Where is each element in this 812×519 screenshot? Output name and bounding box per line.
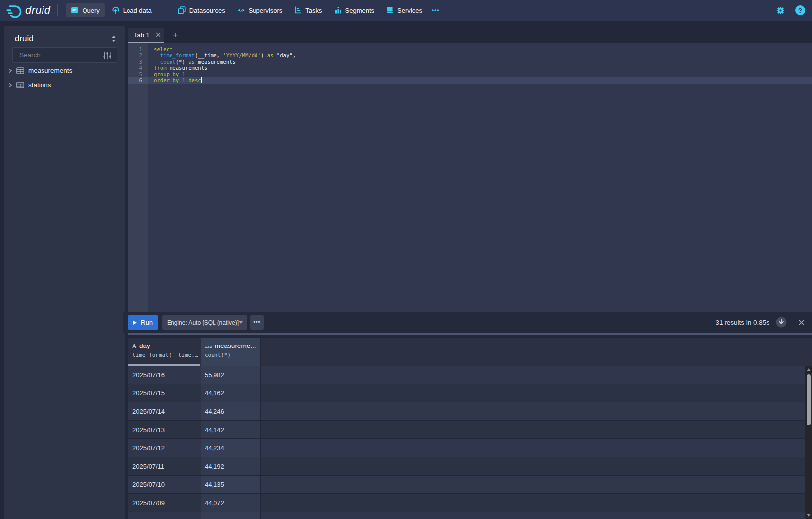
cell-day[interactable]: 2025/07/16 — [128, 366, 200, 384]
table-row[interactable]: 2025/07/0944,072 — [128, 494, 812, 512]
cell-day[interactable]: 2025/07/10 — [128, 476, 200, 493]
code-line-2: 2 time_format(__time, 'YYYY/MM/dd') as "… — [128, 52, 812, 58]
cell-day[interactable]: 2025/07/12 — [128, 439, 200, 457]
line-number: 4 — [128, 65, 148, 71]
navbar-separator — [57, 4, 58, 16]
nav-item-tasks[interactable]: Tasks — [289, 3, 327, 17]
run-button[interactable]: Run — [128, 315, 158, 330]
column-header-measurements[interactable]: 123measureme… count(*) — [201, 338, 261, 366]
cell-measurements[interactable]: 44,162 — [201, 384, 261, 402]
table-row[interactable]: 2025/07/1544,162 — [128, 384, 812, 402]
nav-item-segments[interactable]: Segments — [329, 3, 380, 17]
cell-day[interactable]: 2025/07/13 — [128, 421, 200, 438]
table-row[interactable]: 2025/07/1044,135 — [128, 476, 812, 494]
column-expression: time_format(__time,… — [132, 352, 200, 358]
console-icon — [71, 6, 79, 14]
top-navbar: druid QueryLoad dataDatasourcesSuperviso… — [0, 0, 812, 21]
add-tab-button[interactable]: + — [170, 29, 181, 42]
chevron-right-icon[interactable] — [4, 83, 16, 87]
search-box[interactable] — [12, 47, 117, 63]
results-rows: 2025/07/1655,9822025/07/1544,1622025/07/… — [128, 366, 812, 519]
sql-editor[interactable]: 1select2 time_format(__time, 'YYYY/MM/dd… — [128, 43, 812, 312]
nav-item-supervisors[interactable]: Supervisors — [232, 3, 288, 17]
schema-sidebar: druid measurementsstations — [4, 26, 125, 519]
nav-item-datasources[interactable]: Datasources — [173, 3, 230, 17]
chevron-right-icon[interactable] — [4, 68, 16, 73]
cell-day[interactable]: 2025/07/09 — [128, 494, 200, 512]
database-icon — [386, 6, 394, 14]
schema-title: druid — [15, 34, 34, 43]
table-row[interactable]: 2025/07/1444,246 — [128, 402, 812, 421]
scrollbar-thumb[interactable] — [807, 374, 811, 425]
help-icon[interactable]: ? — [795, 5, 805, 15]
table-row-partial[interactable] — [128, 512, 812, 519]
cell-measurements[interactable]: 44,234 — [201, 439, 261, 457]
line-number: 5 — [128, 71, 148, 77]
cell-day[interactable]: 2025/07/11 — [128, 457, 200, 475]
download-icon[interactable] — [776, 317, 787, 328]
tab-close-icon[interactable] — [156, 32, 161, 37]
tab-label: Tab 1 — [134, 31, 150, 39]
navbar-separator — [165, 4, 165, 16]
cell-measurements[interactable]: 44,072 — [201, 494, 261, 512]
result-status: 31 results in 0.85s — [715, 312, 769, 333]
column-header-day[interactable]: Aday time_format(__time,… — [128, 338, 200, 366]
cell-measurements[interactable]: 44,142 — [201, 421, 261, 438]
tree-item-label: measurements — [28, 67, 72, 74]
nav-item-label: Tasks — [305, 7, 322, 14]
table-icon — [16, 67, 27, 74]
vertical-scrollbar[interactable] — [805, 366, 812, 519]
editor-gutter — [128, 43, 148, 312]
code-lines: 1select2 time_format(__time, 'YYYY/MM/dd… — [128, 46, 812, 84]
tree-item-measurements[interactable]: measurements — [4, 63, 125, 78]
datasources-icon — [178, 6, 186, 14]
scroll-down-arrow[interactable] — [807, 514, 811, 517]
table-row[interactable]: 2025/07/1244,234 — [128, 439, 812, 457]
column-name: measureme… — [215, 342, 257, 349]
column-name: day — [139, 342, 150, 349]
table-row[interactable]: 2025/07/1144,192 — [128, 457, 812, 476]
barchart-icon — [334, 6, 342, 14]
close-results-icon[interactable] — [798, 319, 805, 326]
string-type-icon: A — [132, 343, 136, 349]
nav-item-load-data[interactable]: Load data — [107, 3, 157, 17]
datasource-tree: measurementsstations — [4, 63, 125, 92]
results-header: Aday time_format(__time,… 123measureme… … — [128, 338, 812, 366]
code-line-3: 3 count(*) as measurements — [128, 59, 812, 65]
nav-item-label: Segments — [345, 7, 375, 14]
upload-icon — [112, 6, 120, 14]
tree-item-stations[interactable]: stations — [4, 78, 125, 92]
search-input[interactable] — [13, 48, 117, 62]
scroll-up-arrow[interactable] — [807, 368, 811, 371]
engine-select-button[interactable]: Engine: Auto [SQL (native)] — [162, 315, 247, 330]
query-more-button[interactable]: ••• — [250, 315, 264, 330]
run-toolbar: Run Engine: Auto [SQL (native)] ••• 31 r… — [123, 312, 812, 333]
cell-measurements[interactable]: 44,192 — [201, 457, 261, 475]
druid-logo-icon — [6, 2, 23, 19]
code-line-6: 6order by 1 desc — [128, 77, 812, 83]
table-row[interactable]: 2025/07/1344,142 — [128, 421, 812, 439]
more-menu-button[interactable]: ••• — [428, 4, 444, 17]
line-number: 6 — [128, 77, 148, 83]
nav-item-services[interactable]: Services — [381, 3, 427, 17]
query-tab[interactable]: Tab 1 — [128, 28, 164, 43]
nav-item-label: Load data — [123, 7, 152, 14]
line-number: 2 — [128, 52, 148, 58]
code-line-1: 1select — [128, 46, 812, 52]
table-icon — [16, 82, 27, 88]
caret-down-icon — [239, 321, 243, 324]
cell-measurements[interactable]: 44,246 — [201, 402, 261, 420]
settings-gear-icon[interactable] — [776, 6, 785, 15]
nav-item-query[interactable]: Query — [66, 3, 104, 17]
gantt-icon — [294, 6, 302, 14]
cell-day[interactable]: 2025/07/15 — [128, 384, 200, 402]
code-line-4: 4from measurements — [128, 65, 812, 71]
nav-item-label: Services — [397, 7, 422, 14]
cell-measurements[interactable]: 44,135 — [201, 476, 261, 493]
filter-icon[interactable] — [103, 51, 112, 60]
table-row[interactable]: 2025/07/1655,982 — [128, 366, 812, 384]
druid-logo[interactable]: druid — [6, 2, 50, 19]
cell-day[interactable]: 2025/07/14 — [128, 402, 200, 420]
cell-measurements[interactable]: 55,982 — [201, 366, 261, 384]
sort-icon[interactable] — [111, 35, 117, 43]
